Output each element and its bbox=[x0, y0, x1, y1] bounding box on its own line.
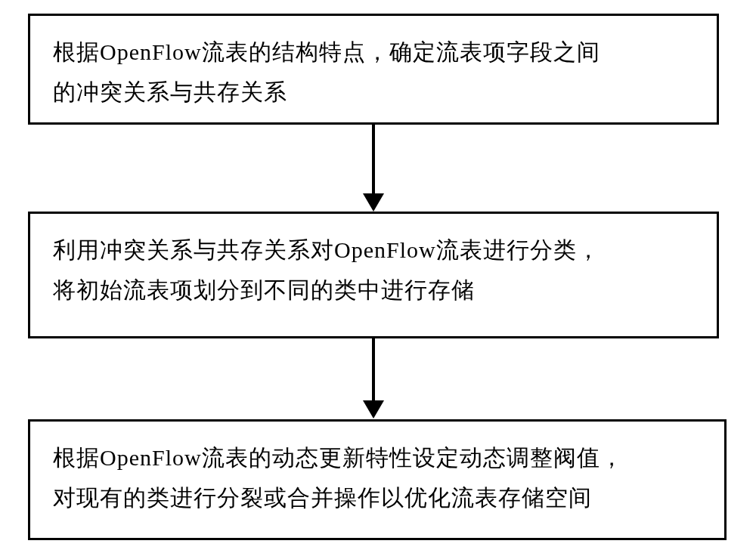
flowchart-container: 根据OpenFlow流表的结构特点，确定流表项字段之间 的冲突关系与共存关系 利… bbox=[0, 0, 756, 553]
step-2-text-line-1: 利用冲突关系与共存关系对OpenFlow流表进行分类， bbox=[53, 230, 694, 270]
step-3-text-line-2: 对现有的类进行分裂或合并操作以优化流表存储空间 bbox=[53, 478, 702, 518]
arrow-2-head-icon bbox=[363, 400, 384, 419]
step-3-box: 根据OpenFlow流表的动态更新特性设定动态调整阀值， 对现有的类进行分裂或合… bbox=[28, 419, 727, 540]
step-3-text-line-1: 根据OpenFlow流表的动态更新特性设定动态调整阀值， bbox=[53, 438, 702, 478]
step-1-text-line-2: 的冲突关系与共存关系 bbox=[53, 73, 694, 113]
step-2-text-line-2: 将初始流表项划分到不同的类中进行存储 bbox=[53, 270, 694, 310]
arrow-1-shaft bbox=[372, 125, 375, 194]
step-1-box: 根据OpenFlow流表的结构特点，确定流表项字段之间 的冲突关系与共存关系 bbox=[28, 14, 719, 125]
step-2-box: 利用冲突关系与共存关系对OpenFlow流表进行分类， 将初始流表项划分到不同的… bbox=[28, 212, 719, 338]
arrow-2-shaft bbox=[372, 338, 375, 401]
arrow-1-head-icon bbox=[363, 193, 384, 212]
step-1-text-line-1: 根据OpenFlow流表的结构特点，确定流表项字段之间 bbox=[53, 32, 694, 73]
